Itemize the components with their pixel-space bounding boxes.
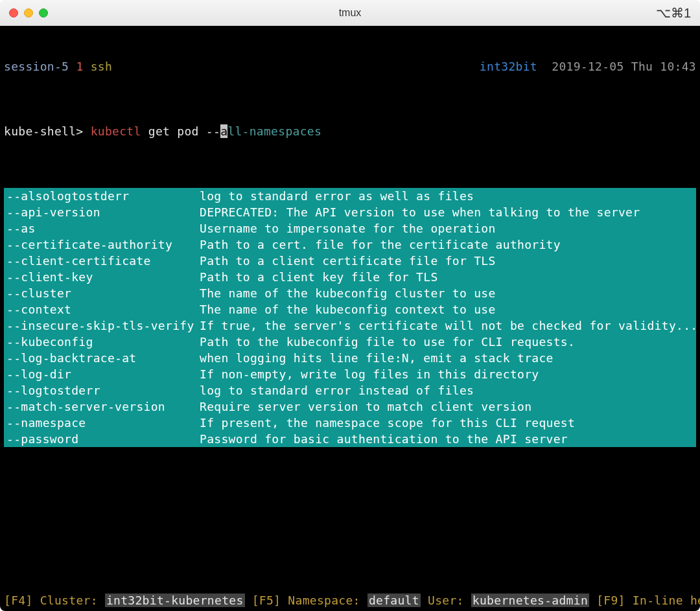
traffic-lights [9, 8, 48, 17]
flag-description: Require server version to match client v… [200, 398, 696, 415]
autocomplete-row[interactable]: --logtostderrlog to standard error inste… [4, 382, 696, 398]
maximize-icon[interactable] [39, 8, 48, 17]
datetime-label: 2019-12-05 Thu 10:43 [552, 60, 696, 73]
autocomplete-row[interactable]: --insecure-skip-tls-verifyIf true, the s… [4, 317, 696, 334]
flag-name: --alsologtostderr [4, 188, 200, 204]
flag-description: If non-empty, write log files in this di… [200, 366, 696, 382]
flag-name: --client-certificate [4, 253, 200, 269]
autocomplete-row[interactable]: --namespaceIf present, the namespace sco… [4, 415, 696, 431]
window-shortcut: ⌥⌘1 [656, 5, 691, 21]
cluster-label: Cluster: [33, 594, 105, 607]
tmux-session-right: int32bit 2019-12-05 Thu 10:43 [480, 58, 696, 75]
autocomplete-row[interactable]: --contextThe name of the kubeconfig cont… [4, 301, 696, 317]
command-args-pre: get pod -- [141, 124, 221, 138]
flag-description: Path to the kubeconfig file to use for C… [200, 334, 696, 350]
autocomplete-row[interactable]: --asUsername to impersonate for the oper… [4, 220, 696, 236]
titlebar: tmux ⌥⌘1 [0, 0, 700, 26]
host-label: int32bit [480, 60, 537, 73]
autocomplete-row[interactable]: --client-certificatePath to a client cer… [4, 253, 696, 269]
autocomplete-row[interactable]: --match-server-versionRequire server ver… [4, 398, 696, 415]
session-label: session-5 [4, 60, 69, 73]
tmux-status-bar: session-5 1 ssh int32bit 2019-12-05 Thu … [0, 58, 700, 75]
flag-name: --certificate-authority [4, 236, 200, 253]
flag-name: --cluster [4, 285, 200, 301]
autocomplete-row[interactable]: --clusterThe name of the kubeconfig clus… [4, 285, 696, 301]
window-index: 1 [76, 60, 83, 73]
command-token: kubectl [91, 124, 141, 138]
cluster-value: int32bit-kubernetes [105, 594, 245, 607]
flag-name: --logtostderr [4, 382, 200, 398]
flag-name: --log-backtrace-at [4, 350, 200, 366]
flag-description: If true, the server's certificate will n… [200, 317, 696, 334]
flag-description: Password for basic authentication to the… [200, 431, 696, 447]
autocomplete-row[interactable]: --api-versionDEPRECATED: The API version… [4, 204, 696, 220]
autocomplete-row[interactable]: --alsologtostderrlog to standard error a… [4, 188, 696, 204]
flag-name: --as [4, 220, 200, 236]
terminal-window: tmux ⌥⌘1 session-5 1 ssh int32bit 2019-1… [0, 0, 700, 611]
minimize-icon[interactable] [24, 8, 33, 17]
flag-name: --api-version [4, 204, 200, 220]
prompt-line[interactable]: kube-shell> kubectl get pod --all-namesp… [0, 123, 700, 139]
flag-description: Path to a client key file for TLS [200, 269, 696, 285]
user-value: kubernetes-admin [471, 594, 589, 607]
flag-description: If present, the namespace scope for this… [200, 415, 696, 431]
autocomplete-row[interactable]: --passwordPassword for basic authenticat… [4, 431, 696, 447]
autocomplete-suffix: ll-namespaces [228, 124, 321, 138]
flag-description: Username to impersonate for the operatio… [200, 220, 696, 236]
f5-key: [F5] [245, 594, 281, 607]
window-title: tmux [0, 7, 700, 19]
namespace-label: Namespace: [281, 594, 368, 607]
flag-description: Path to a client certificate file for TL… [200, 253, 696, 269]
help-label: In-line help: [625, 594, 700, 607]
autocomplete-row[interactable]: --certificate-authorityPath to a cert. f… [4, 236, 696, 253]
autocomplete-row[interactable]: --log-dirIf non-empty, write log files i… [4, 366, 696, 382]
flag-description: log to standard error instead of files [200, 382, 696, 398]
flag-description: DEPRECATED: The API version to use when … [200, 204, 696, 220]
user-label: User: [421, 594, 471, 607]
flag-name: --context [4, 301, 200, 317]
flag-description: log to standard error as well as files [200, 188, 696, 204]
shell-prompt: kube-shell> [4, 124, 91, 138]
flag-name: --insecure-skip-tls-verify [4, 317, 200, 334]
flag-name: --client-key [4, 269, 200, 285]
close-icon[interactable] [9, 8, 18, 17]
autocomplete-row[interactable]: --client-keyPath to a client key file fo… [4, 269, 696, 285]
f9-key: [F9] [589, 594, 625, 607]
window-name: ssh [91, 60, 112, 73]
cursor: a [220, 124, 228, 138]
namespace-value: default [368, 594, 421, 607]
f4-key: [F4] [4, 594, 33, 607]
flag-description: when logging hits line file:N, emit a st… [200, 350, 696, 366]
flag-name: --log-dir [4, 366, 200, 382]
flag-description: The name of the kubeconfig context to us… [200, 301, 696, 317]
flag-name: --namespace [4, 415, 200, 431]
flag-name: --password [4, 431, 200, 447]
flag-name: --kubeconfig [4, 334, 200, 350]
flag-name: --match-server-version [4, 398, 200, 415]
autocomplete-row[interactable]: --log-backtrace-atwhen logging hits line… [4, 350, 696, 366]
tmux-session-left: session-5 1 ssh [4, 58, 112, 75]
flag-description: The name of the kubeconfig cluster to us… [200, 285, 696, 301]
flag-description: Path to a cert. file for the certificate… [200, 236, 696, 253]
terminal-area[interactable]: session-5 1 ssh int32bit 2019-12-05 Thu … [0, 26, 700, 611]
autocomplete-popup[interactable]: --alsologtostderrlog to standard error a… [4, 188, 696, 447]
bottom-toolbar: [F4] Cluster: int32bit-kubernetes [F5] N… [0, 592, 700, 608]
autocomplete-row[interactable]: --kubeconfigPath to the kubeconfig file … [4, 334, 696, 350]
